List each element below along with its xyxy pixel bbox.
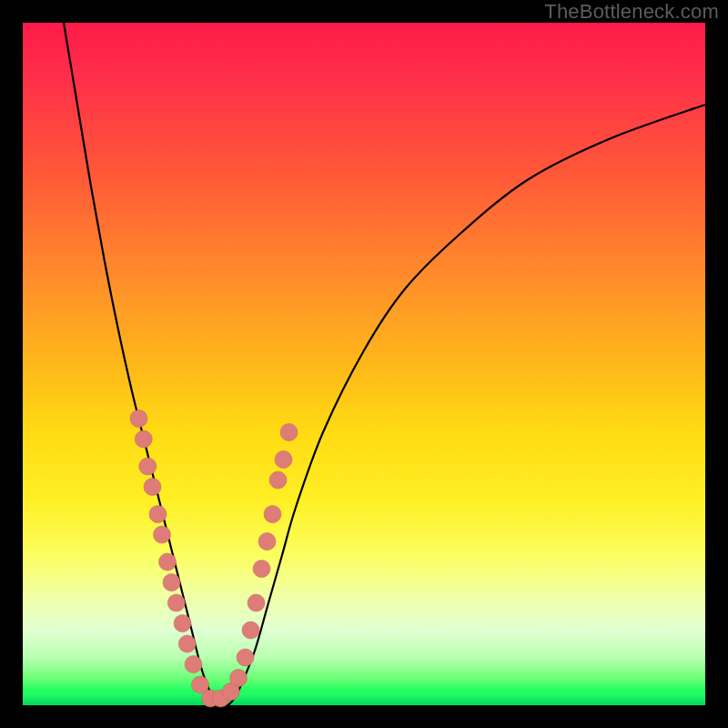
data-marker xyxy=(174,615,191,632)
data-marker xyxy=(275,451,292,469)
chart-frame: TheBottleneck.com xyxy=(0,0,728,728)
plot-area xyxy=(23,23,705,705)
data-marker xyxy=(167,594,185,612)
data-marker xyxy=(280,424,298,441)
data-marker xyxy=(144,479,161,496)
data-marker xyxy=(237,649,254,666)
data-marker xyxy=(130,410,147,428)
data-marker xyxy=(230,670,248,687)
data-marker xyxy=(248,594,265,612)
data-marker xyxy=(258,533,276,551)
data-marker xyxy=(154,526,171,543)
data-marker xyxy=(242,622,259,639)
data-marker xyxy=(159,553,177,571)
data-marker xyxy=(163,574,180,592)
data-marker xyxy=(135,430,152,448)
data-marker xyxy=(139,458,157,475)
marker-group xyxy=(130,410,298,708)
data-marker xyxy=(185,656,202,673)
watermark-text: TheBottleneck.com xyxy=(544,0,719,24)
data-marker xyxy=(149,506,167,523)
data-marker xyxy=(178,635,196,652)
bottleneck-curve xyxy=(64,23,705,706)
chart-svg xyxy=(23,23,705,705)
data-marker xyxy=(253,561,270,578)
data-marker xyxy=(269,471,287,489)
data-marker xyxy=(264,506,281,523)
